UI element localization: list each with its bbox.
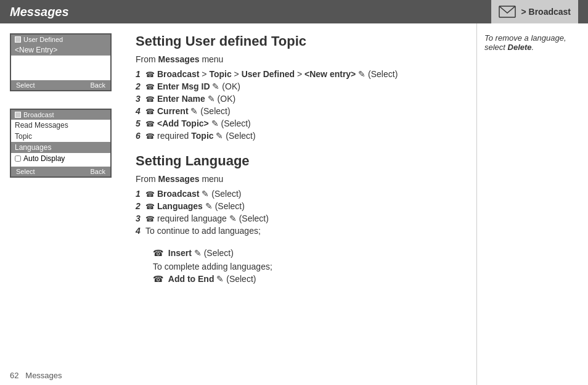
step1-4-icon: ☎: [145, 107, 155, 116]
step2-1: 1 ☎ Broadcast ✎ (Select): [136, 189, 464, 199]
side-note-area: To remove a language, select Delete.: [477, 23, 588, 385]
mockup1-select[interactable]: Select: [16, 81, 35, 89]
mockup2-back[interactable]: Back: [91, 168, 105, 175]
step2-2: 2 ☎ Languages ✎ (Select): [136, 201, 464, 211]
insert-icon: ☎: [153, 248, 163, 258]
mockup1-title: User Defined: [23, 36, 63, 43]
section2-from-text: From: [136, 174, 158, 184]
from-rest: menu: [200, 54, 224, 64]
sidebar: User Defined <New Entry> Select Back Bro…: [0, 23, 123, 385]
mockup2-title: Broadcast: [23, 111, 54, 118]
mockup2-item1: Read Messages: [11, 120, 110, 131]
footer-label: Messages: [25, 371, 62, 380]
step1-4: 4 ☎ Current ✎ (Select): [136, 106, 464, 116]
mockup1-bottombar: Select Back: [11, 80, 110, 90]
section1-steps: 1 ☎ Broadcast > Topic > User Defined > <…: [136, 69, 464, 141]
step1-3: 3 ☎ Enter Name ✎ (OK): [136, 94, 464, 104]
breadcrumb-text: > Broadcast: [521, 7, 571, 17]
step1-6-icon: ☎: [145, 132, 155, 141]
step1-1: 1 ☎ Broadcast > Topic > User Defined > <…: [136, 69, 464, 79]
mockup2-icon: [15, 112, 21, 118]
mockup2-bottombar: Select Back: [11, 167, 110, 176]
complete-line: To complete adding languages;: [153, 262, 464, 271]
step1-5-icon: ☎: [145, 120, 155, 128]
page-header: Messages > Broadcast: [0, 0, 588, 23]
add-to-end-line: ☎ Add to End ✎ (Select): [153, 274, 464, 284]
mockup1-icon: [15, 36, 21, 43]
page-footer: 62 Messages: [0, 366, 72, 385]
step2-4: 4 To continue to add languages;: [136, 226, 464, 236]
step1-2-icon: ☎: [145, 83, 155, 91]
step1-6: 6 ☎ required Topic ✎ (Select): [136, 131, 464, 141]
mail-icon: [499, 6, 516, 18]
content-area: Setting User defined Topic From Messages…: [123, 23, 477, 385]
mockup2-titlebar: Broadcast: [11, 110, 110, 120]
mockup1-item1: <New Entry>: [11, 44, 110, 56]
mockup2-item4: Auto Display: [11, 153, 110, 164]
mockup2-item2: Topic: [11, 131, 110, 142]
page-number: 62: [10, 371, 18, 380]
section2-steps: 1 ☎ Broadcast ✎ (Select) 2 ☎ Languages ✎…: [136, 189, 464, 236]
mockup2-item3: Languages: [11, 142, 110, 153]
phone-mockup-2: Broadcast Read Messages Topic Languages …: [10, 109, 112, 178]
add-to-end-icon: ☎: [153, 274, 163, 284]
section1-title: Setting User defined Topic: [136, 33, 464, 49]
mockup1-back[interactable]: Back: [91, 81, 105, 89]
mockup2-checkbox[interactable]: [15, 155, 21, 162]
main-layout: User Defined <New Entry> Select Back Bro…: [0, 23, 588, 385]
step2-3-icon: ☎: [145, 215, 155, 223]
section2-from-bold: Messages: [158, 174, 200, 184]
section2-from: From Messages menu: [136, 174, 464, 184]
mockup1-titlebar: User Defined: [11, 35, 110, 44]
step1-1-icon: ☎: [145, 70, 155, 79]
step2-3: 3 ☎ required language ✎ (Select): [136, 213, 464, 223]
phone-mockup-1: User Defined <New Entry> Select Back: [10, 33, 112, 91]
section2-from-rest: menu: [200, 174, 224, 184]
section-user-defined-topic: Setting User defined Topic From Messages…: [136, 33, 464, 141]
side-note-text: To remove a language, select Delete.: [484, 33, 581, 52]
step1-2: 2 ☎ Enter Msg ID ✎ (OK): [136, 81, 464, 91]
side-note-end: .: [532, 43, 534, 52]
mockup2-select[interactable]: Select: [16, 168, 35, 175]
step2-1-icon: ☎: [145, 190, 155, 199]
from-text: From: [136, 54, 158, 64]
section1-from: From Messages menu: [136, 54, 464, 64]
section-setting-language: Setting Language From Messages menu 1 ☎ …: [136, 153, 464, 284]
section2-title: Setting Language: [136, 153, 464, 169]
side-note-bold: Delete: [508, 43, 532, 52]
step1-5: 5 ☎ <Add Topic> ✎ (Select): [136, 118, 464, 128]
insert-line: ☎ Insert ✎ (Select): [153, 248, 464, 258]
page-title: Messages: [10, 5, 69, 19]
step1-3-icon: ☎: [145, 95, 155, 104]
step2-2-icon: ☎: [145, 202, 155, 211]
breadcrumb-area: > Broadcast: [491, 0, 578, 23]
from-bold: Messages: [158, 54, 200, 64]
